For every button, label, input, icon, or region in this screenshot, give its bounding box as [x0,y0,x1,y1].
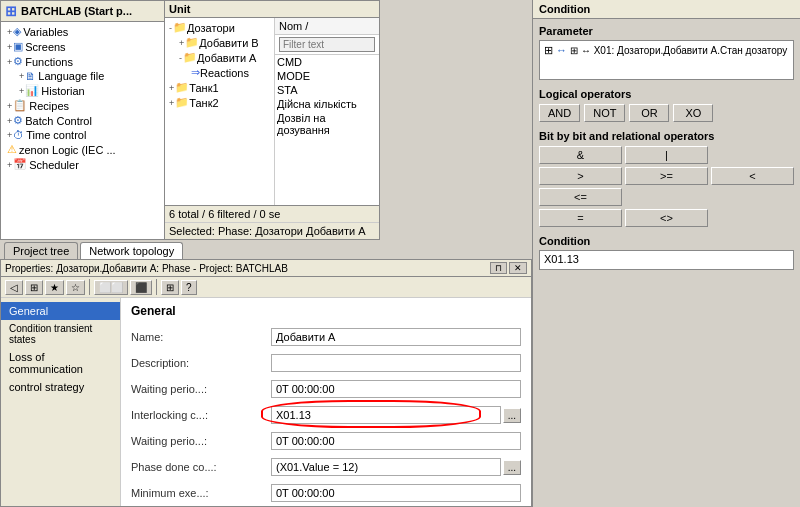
phase-dozvil[interactable]: Дозвіл на дозування [275,111,379,137]
toolbar-btn-3[interactable]: ☆ [66,280,85,295]
ampersand-button[interactable]: & [539,146,622,164]
zenon-label: zenon Logic (IEC ... [19,144,116,156]
minexe-input[interactable] [271,484,521,502]
unit-dobaviti-b[interactable]: + 📁 Добавити В [167,35,272,50]
nav-condition-transient[interactable]: Condition transient states [1,320,120,348]
or-button[interactable]: OR [629,104,669,122]
tab-network-label: Network topology [89,245,174,257]
xo-button[interactable]: XO [673,104,713,122]
not-button[interactable]: NOT [584,104,625,122]
filter-input[interactable] [279,37,375,52]
and-button[interactable]: AND [539,104,580,122]
toolbar-btn-star[interactable]: ★ [45,280,64,295]
historian-icon: 📊 [25,84,39,97]
logical-ops-label: Logical operators [539,88,794,100]
phase-mode[interactable]: MODE [275,69,379,83]
language-label: Language file [38,70,104,82]
toolbar-btn-4[interactable]: ⬜⬜ [94,280,128,295]
interlock-browse-button[interactable]: ... [503,408,521,423]
filter-area[interactable] [275,35,379,55]
condition-body: Parameter ⊞ ↔ ⊞ ↔ X01: Дозатори.Добавити… [533,19,800,276]
lt-button[interactable]: < [711,167,794,185]
tree-item-recipes[interactable]: + 📋 Recipes [3,98,162,113]
minexe-label: Minimum exe...: [131,487,271,499]
tree-item-zenon[interactable]: ⚠ zenon Logic (IEC ... [3,142,162,157]
parameter-tree[interactable]: ⊞ ↔ ⊞ ↔ X01: Дозатори.Добавити А.Стан до… [539,40,794,80]
desc-label: Description: [131,357,271,369]
scheduler-label: Scheduler [29,159,79,171]
project-tree-panel: ⊞ BATCHLAB (Start p... + ◈ Variables + ▣… [0,0,165,240]
interlock-input[interactable] [271,406,501,424]
toolbar-btn-1[interactable]: ◁ [5,280,23,295]
tab-network[interactable]: Network topology [80,242,183,259]
tree-item-screens[interactable]: + ▣ Screens [3,39,162,54]
variables-label: Variables [23,26,68,38]
batchlab-icon: ⊞ [5,3,17,19]
tree-item-time[interactable]: + ⏱ Time control [3,128,162,142]
toolbar-btn-help[interactable]: ? [181,280,197,295]
time-label: Time control [26,129,86,141]
toolbar-btn-layout[interactable]: ⊞ [161,280,179,295]
arrow-icon: ↔ [556,44,567,56]
language-icon: 🗎 [25,70,36,82]
condition-result-value: X01.13 [539,250,794,270]
dobaviti-a-icon: 📁 [183,51,197,64]
bit-buttons-grid: & | > >= < <= = <> [539,146,794,227]
phasedone-input[interactable] [271,458,501,476]
pipe-button[interactable]: | [625,146,708,164]
functions-label: Functions [25,56,73,68]
toolbar-btn-5[interactable]: ⬛ [130,280,152,295]
phase-section: Nom / CMD MODE STA Дійсна кількість Дозв… [275,18,379,205]
phasedone-browse-button[interactable]: ... [503,460,521,475]
parameter-section: Parameter ⊞ ↔ ⊞ ↔ X01: Дозатори.Добавити… [539,25,794,80]
project-tree-title: ⊞ BATCHLAB (Start p... [1,1,164,22]
bit-ops-section: Bit by bit and relational operators & | … [539,130,794,227]
tabs-row: Project tree Network topology [0,240,532,260]
tree-item-variables[interactable]: + ◈ Variables [3,24,162,39]
expand-icon: ⊞ [544,44,553,56]
eq-button[interactable]: = [539,209,622,227]
nav-general[interactable]: General [1,302,120,320]
parameter-item[interactable]: ⊞ ↔ ⊞ ↔ X01: Дозатори.Добавити А.Стан до… [544,44,789,57]
pin-button[interactable]: ⊓ [490,262,507,274]
logical-ops-section: Logical operators AND NOT OR XO [539,88,794,122]
tree-item-batch[interactable]: + ⚙ Batch Control [3,113,162,128]
gte-button[interactable]: >= [625,167,708,185]
waiting1-input[interactable] [271,380,521,398]
recipes-label: Recipes [29,100,69,112]
waiting2-input[interactable] [271,432,521,450]
unit-reactions[interactable]: ⇒ Reactions [167,65,272,80]
close-button[interactable]: ✕ [509,262,527,274]
phase-diysna[interactable]: Дійсна кількість [275,97,379,111]
phase-cmd[interactable]: CMD [275,55,379,69]
gt-button[interactable]: > [539,167,622,185]
tab-project-label: Project tree [13,245,69,257]
bottom-section: Project tree Network topology Properties… [0,240,532,507]
dobaviti-b-icon: 📁 [185,36,199,49]
screens-icon: ▣ [13,40,23,53]
toolbar-btn-2[interactable]: ⊞ [25,280,43,295]
unit-tank2[interactable]: + 📁 Танк2 [167,95,272,110]
name-input[interactable] [271,328,521,346]
unit-tank1[interactable]: + 📁 Танк1 [167,80,272,95]
tree-item-historian[interactable]: + 📊 Historian [3,83,162,98]
tree-item-language[interactable]: + 🗎 Language file [3,69,162,83]
condition-panel: Condition Parameter ⊞ ↔ ⊞ ↔ X01: Дозатор… [532,0,800,507]
neq-button[interactable]: <> [625,209,708,227]
unit-dobaviti-a[interactable]: - 📁 Добавити А [167,50,272,65]
phase-sta[interactable]: STA [275,83,379,97]
nav-loss-communication[interactable]: Loss of communication [1,348,120,378]
reactions-icon: ⇒ [191,66,200,79]
screens-label: Screens [25,41,65,53]
unit-dozatori[interactable]: - 📁 Дозатори [167,20,272,35]
tree-item-scheduler[interactable]: + 📅 Scheduler [3,157,162,172]
sep1 [89,279,90,295]
tree-item-functions[interactable]: + ⚙ Functions [3,54,162,69]
nav-control-strategy[interactable]: control strategy [1,378,120,396]
properties-title-text: Properties: Дозатори.Добавити А: Phase -… [5,263,288,274]
desc-input[interactable] [271,354,521,372]
functions-icon: ⚙ [13,55,23,68]
name-label: Name: [131,331,271,343]
tab-project-tree[interactable]: Project tree [4,242,78,259]
lte-button[interactable]: <= [539,188,622,206]
